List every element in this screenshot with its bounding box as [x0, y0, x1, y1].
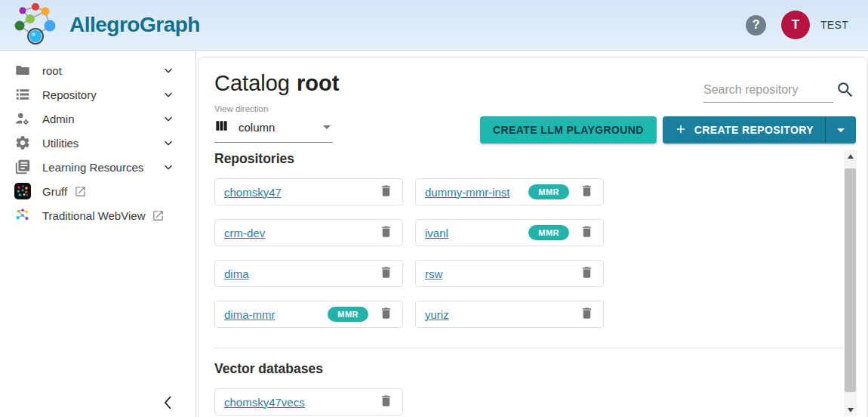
repository-card: dima-mmrMMR [214, 301, 403, 328]
chevron-down-icon [162, 88, 175, 101]
sidebar-item-label: Admin [42, 113, 75, 125]
repository-link[interactable]: chomsky47 [224, 186, 282, 199]
delete-repository-button[interactable] [580, 306, 594, 323]
chevron-down-icon [162, 63, 175, 77]
delete-icon [580, 184, 594, 200]
sidebar-item-label: Learning Resources [42, 161, 143, 174]
delete-icon [379, 224, 393, 241]
section-divider [214, 348, 843, 348]
repository-icon [14, 85, 32, 103]
external-link-icon [74, 185, 87, 198]
scrollbar[interactable] [844, 150, 857, 416]
delete-icon [379, 265, 393, 282]
brand-name: AllegroGraph [69, 13, 200, 37]
allegrograph-logo-icon [9, 2, 63, 48]
repository-link[interactable]: chomsky47vecs [224, 396, 305, 409]
sidebar-link-label: Gruff [42, 185, 67, 198]
sidebar-item-learning-resources[interactable]: Learning Resources [0, 155, 195, 179]
sidebar: rootRepositoryAdminUtilitiesLearning Res… [0, 51, 196, 417]
sidebar-item-label: Utilities [42, 137, 78, 150]
external-link-icon [152, 209, 165, 222]
sidebar-item-root[interactable]: root [0, 58, 195, 82]
mmr-badge: MMR [528, 225, 569, 240]
catalog-name: root [297, 71, 339, 95]
chevron-down-icon [162, 160, 175, 174]
sidebar-item-utilities[interactable]: Utilities [0, 131, 195, 155]
gear-icon [14, 134, 32, 152]
sidebar-item-label: root [42, 64, 62, 77]
webview-icon [14, 206, 32, 224]
scroll-down-button[interactable] [844, 403, 857, 416]
search-icon[interactable] [836, 80, 855, 103]
delete-repository-button[interactable] [379, 306, 393, 323]
help-icon[interactable]: ? [746, 15, 766, 36]
sidebar-item-label: Repository [42, 88, 97, 101]
repository-card: dummy-mmr-instMMR [415, 178, 604, 205]
view-direction-label: View direction [214, 104, 854, 113]
gruff-icon [14, 182, 32, 200]
delete-repository-button[interactable] [580, 184, 594, 200]
delete-repository-button[interactable] [379, 184, 393, 200]
brand: AllegroGraph [9, 2, 200, 48]
delete-icon [379, 184, 393, 200]
delete-icon [379, 306, 393, 323]
repository-card: yuriz [415, 301, 604, 328]
repository-link[interactable]: dummy-mmr-inst [425, 186, 510, 199]
repository-grid: chomsky47vecs [214, 388, 843, 415]
repository-link[interactable]: yuriz [425, 308, 449, 321]
repository-link[interactable]: dima-mmr [224, 308, 275, 321]
repository-link[interactable]: rsw [425, 267, 442, 280]
delete-icon [379, 394, 393, 410]
delete-repository-button[interactable] [379, 265, 393, 282]
repository-link[interactable]: dima [224, 267, 249, 280]
create-llm-playground-button[interactable]: CREATE LLM PLAYGROUND [480, 116, 657, 144]
mmr-badge: MMR [328, 307, 368, 322]
folder-icon [14, 61, 32, 79]
scroll-up-button[interactable] [844, 150, 857, 162]
delete-icon [580, 265, 594, 282]
collapse-sidebar-button[interactable] [160, 393, 177, 415]
repository-card: crm-dev [214, 219, 403, 246]
avatar[interactable]: T [781, 11, 810, 39]
scrollbar-thumb[interactable] [845, 168, 856, 392]
delete-icon [580, 224, 594, 241]
sidebar-link-label: Traditional WebView [42, 209, 145, 222]
repository-card: chomsky47 [214, 178, 403, 205]
repository-card: rsw [415, 260, 604, 287]
app-header: AllegroGraph ? T TEST [0, 0, 868, 51]
section-heading: Vector databases [214, 361, 843, 377]
view-direction-value: column [239, 121, 275, 134]
catalog-panel: Catalogroot View direction [198, 57, 868, 417]
repository-card: chomsky47vecs [214, 388, 403, 415]
plus-icon [674, 122, 688, 138]
repository-link[interactable]: crm-dev [224, 227, 265, 239]
sidebar-item-admin[interactable]: Admin [0, 107, 195, 131]
repository-card: dima [214, 260, 403, 287]
sidebar-menu: rootRepositoryAdminUtilitiesLearning Res… [0, 58, 195, 227]
delete-repository-button[interactable] [580, 224, 594, 241]
delete-repository-button[interactable] [580, 265, 594, 282]
chevron-down-icon [162, 112, 175, 125]
delete-repository-button[interactable] [379, 224, 393, 241]
repository-grid: chomsky47crm-devdimadima-mmrMMRdummy-mmr… [214, 178, 843, 328]
mmr-badge: MMR [528, 184, 569, 199]
sections: Repositorieschomsky47crm-devdimadima-mmr… [199, 150, 867, 417]
admin-icon [14, 110, 32, 128]
username-label: TEST [820, 19, 848, 31]
repository-card: ivanlMMR [415, 219, 604, 246]
main-area: Catalogroot View direction [196, 51, 868, 417]
view-direction-select[interactable]: column [214, 119, 333, 143]
create-repository-dropdown[interactable] [826, 116, 856, 144]
section-heading: Repositories [214, 151, 843, 167]
column-view-icon [214, 119, 229, 136]
sidebar-link-gruff[interactable]: Gruff [0, 179, 195, 203]
sidebar-item-repository[interactable]: Repository [0, 82, 195, 107]
sidebar-link-traditional-webview[interactable]: Traditional WebView [0, 203, 195, 227]
dropdown-caret-icon [837, 128, 845, 132]
delete-repository-button[interactable] [379, 394, 393, 410]
chevron-down-icon [162, 136, 175, 150]
create-repository-button[interactable]: CREATE REPOSITORY [663, 116, 856, 144]
search-input[interactable] [703, 82, 833, 103]
library-icon [14, 158, 32, 176]
repository-link[interactable]: ivanl [425, 227, 448, 239]
